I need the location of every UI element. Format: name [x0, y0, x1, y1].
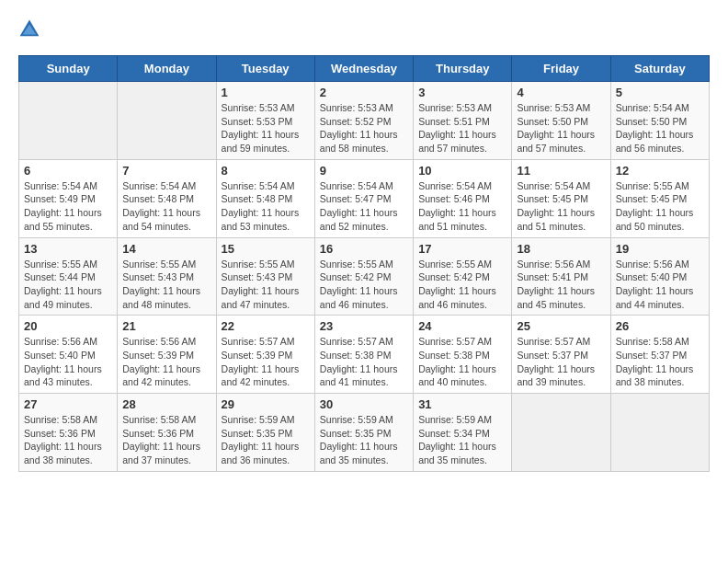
day-number: 3	[418, 86, 506, 99]
day-info: Sunrise: 5:54 AM Sunset: 5:47 PM Dayligh…	[320, 179, 408, 234]
calendar-cell	[512, 394, 610, 472]
day-number: 31	[418, 397, 506, 411]
logo	[18, 18, 44, 40]
calendar-cell: 28Sunrise: 5:58 AM Sunset: 5:36 PM Dayli…	[118, 394, 216, 472]
day-info: Sunrise: 5:56 AM Sunset: 5:39 PM Dayligh…	[122, 335, 210, 389]
day-info: Sunrise: 5:58 AM Sunset: 5:36 PM Dayligh…	[122, 413, 210, 467]
day-info: Sunrise: 5:53 AM Sunset: 5:53 PM Dayligh…	[222, 101, 310, 155]
calendar-cell: 10Sunrise: 5:54 AM Sunset: 5:46 PM Dayli…	[414, 159, 512, 237]
day-number: 27	[24, 397, 112, 411]
calendar-cell: 19Sunrise: 5:56 AM Sunset: 5:40 PM Dayli…	[610, 237, 709, 316]
weekday-header-monday: Monday	[118, 56, 216, 82]
calendar-cell: 16Sunrise: 5:55 AM Sunset: 5:42 PM Dayli…	[314, 237, 413, 316]
day-info: Sunrise: 5:58 AM Sunset: 5:36 PM Dayligh…	[24, 413, 112, 467]
calendar-header: SundayMondayTuesdayWednesdayThursdayFrid…	[19, 56, 710, 82]
day-number: 15	[222, 242, 310, 256]
day-info: Sunrise: 5:54 AM Sunset: 5:48 PM Dayligh…	[122, 179, 210, 234]
calendar-cell: 11Sunrise: 5:54 AM Sunset: 5:45 PM Dayli…	[512, 159, 610, 237]
calendar-cell	[610, 394, 709, 472]
day-number: 8	[222, 164, 310, 178]
calendar-cell: 5Sunrise: 5:54 AM Sunset: 5:50 PM Daylig…	[610, 82, 709, 160]
day-number: 23	[320, 319, 408, 333]
day-info: Sunrise: 5:54 AM Sunset: 5:45 PM Dayligh…	[517, 179, 605, 234]
day-info: Sunrise: 5:55 AM Sunset: 5:42 PM Dayligh…	[418, 258, 506, 312]
calendar-cell: 6Sunrise: 5:54 AM Sunset: 5:49 PM Daylig…	[19, 159, 118, 237]
calendar-cell: 20Sunrise: 5:56 AM Sunset: 5:40 PM Dayli…	[19, 316, 118, 394]
calendar-cell: 13Sunrise: 5:55 AM Sunset: 5:44 PM Dayli…	[19, 237, 118, 316]
day-number: 25	[517, 319, 605, 333]
calendar-cell	[118, 82, 216, 160]
calendar-cell: 23Sunrise: 5:57 AM Sunset: 5:38 PM Dayli…	[314, 316, 413, 394]
weekday-header-saturday: Saturday	[610, 56, 709, 82]
day-number: 21	[122, 319, 210, 333]
calendar-cell: 31Sunrise: 5:59 AM Sunset: 5:34 PM Dayli…	[414, 394, 512, 472]
day-number: 11	[517, 164, 605, 178]
day-info: Sunrise: 5:57 AM Sunset: 5:37 PM Dayligh…	[517, 335, 605, 389]
day-number: 10	[418, 164, 506, 178]
day-info: Sunrise: 5:56 AM Sunset: 5:40 PM Dayligh…	[24, 335, 112, 389]
day-number: 26	[616, 319, 704, 333]
calendar-table: SundayMondayTuesdayWednesdayThursdayFrid…	[18, 55, 710, 472]
day-info: Sunrise: 5:53 AM Sunset: 5:52 PM Dayligh…	[320, 101, 408, 155]
day-number: 16	[320, 242, 408, 256]
weekday-header-thursday: Thursday	[414, 56, 512, 82]
calendar-cell: 15Sunrise: 5:55 AM Sunset: 5:43 PM Dayli…	[216, 237, 314, 316]
day-number: 4	[517, 86, 605, 99]
day-number: 5	[616, 86, 704, 99]
calendar-cell: 21Sunrise: 5:56 AM Sunset: 5:39 PM Dayli…	[118, 316, 216, 394]
calendar-cell: 24Sunrise: 5:57 AM Sunset: 5:38 PM Dayli…	[414, 316, 512, 394]
day-info: Sunrise: 5:54 AM Sunset: 5:50 PM Dayligh…	[616, 101, 704, 155]
calendar-cell: 4Sunrise: 5:53 AM Sunset: 5:50 PM Daylig…	[512, 82, 610, 160]
calendar-cell	[19, 82, 118, 160]
day-info: Sunrise: 5:55 AM Sunset: 5:44 PM Dayligh…	[24, 258, 112, 312]
day-info: Sunrise: 5:55 AM Sunset: 5:42 PM Dayligh…	[320, 258, 408, 312]
calendar-cell: 26Sunrise: 5:58 AM Sunset: 5:37 PM Dayli…	[610, 316, 709, 394]
day-info: Sunrise: 5:53 AM Sunset: 5:50 PM Dayligh…	[517, 101, 605, 155]
calendar-cell: 9Sunrise: 5:54 AM Sunset: 5:47 PM Daylig…	[314, 159, 413, 237]
day-info: Sunrise: 5:56 AM Sunset: 5:41 PM Dayligh…	[517, 258, 605, 312]
day-number: 29	[222, 397, 310, 411]
calendar-cell: 29Sunrise: 5:59 AM Sunset: 5:35 PM Dayli…	[216, 394, 314, 472]
day-info: Sunrise: 5:57 AM Sunset: 5:39 PM Dayligh…	[222, 335, 310, 389]
calendar-cell: 25Sunrise: 5:57 AM Sunset: 5:37 PM Dayli…	[512, 316, 610, 394]
calendar-cell: 22Sunrise: 5:57 AM Sunset: 5:39 PM Dayli…	[216, 316, 314, 394]
calendar-week-4: 20Sunrise: 5:56 AM Sunset: 5:40 PM Dayli…	[19, 316, 710, 394]
calendar-cell: 17Sunrise: 5:55 AM Sunset: 5:42 PM Dayli…	[414, 237, 512, 316]
day-number: 12	[616, 164, 704, 178]
day-number: 1	[222, 86, 310, 99]
day-number: 2	[320, 86, 408, 99]
weekday-row: SundayMondayTuesdayWednesdayThursdayFrid…	[19, 56, 710, 82]
day-info: Sunrise: 5:59 AM Sunset: 5:35 PM Dayligh…	[320, 413, 408, 467]
day-info: Sunrise: 5:57 AM Sunset: 5:38 PM Dayligh…	[418, 335, 506, 389]
weekday-header-tuesday: Tuesday	[216, 56, 314, 82]
weekday-header-sunday: Sunday	[19, 56, 118, 82]
calendar-week-3: 13Sunrise: 5:55 AM Sunset: 5:44 PM Dayli…	[19, 237, 710, 316]
day-number: 13	[24, 242, 112, 256]
calendar-cell: 18Sunrise: 5:56 AM Sunset: 5:41 PM Dayli…	[512, 237, 610, 316]
day-number: 7	[122, 164, 210, 178]
calendar-week-1: 1Sunrise: 5:53 AM Sunset: 5:53 PM Daylig…	[19, 82, 710, 160]
day-info: Sunrise: 5:57 AM Sunset: 5:38 PM Dayligh…	[320, 335, 408, 389]
calendar-cell: 8Sunrise: 5:54 AM Sunset: 5:48 PM Daylig…	[216, 159, 314, 237]
day-info: Sunrise: 5:54 AM Sunset: 5:46 PM Dayligh…	[418, 179, 506, 234]
logo-icon	[18, 18, 40, 40]
day-number: 24	[418, 319, 506, 333]
calendar-cell: 2Sunrise: 5:53 AM Sunset: 5:52 PM Daylig…	[314, 82, 413, 160]
page-header	[18, 18, 710, 40]
weekday-header-wednesday: Wednesday	[314, 56, 413, 82]
day-number: 22	[222, 319, 310, 333]
calendar-cell: 30Sunrise: 5:59 AM Sunset: 5:35 PM Dayli…	[314, 394, 413, 472]
day-info: Sunrise: 5:53 AM Sunset: 5:51 PM Dayligh…	[418, 101, 506, 155]
day-info: Sunrise: 5:55 AM Sunset: 5:43 PM Dayligh…	[122, 258, 210, 312]
day-number: 20	[24, 319, 112, 333]
weekday-header-friday: Friday	[512, 56, 610, 82]
day-number: 14	[122, 242, 210, 256]
day-number: 9	[320, 164, 408, 178]
calendar-cell: 12Sunrise: 5:55 AM Sunset: 5:45 PM Dayli…	[610, 159, 709, 237]
day-info: Sunrise: 5:54 AM Sunset: 5:49 PM Dayligh…	[24, 179, 112, 234]
day-info: Sunrise: 5:59 AM Sunset: 5:34 PM Dayligh…	[418, 413, 506, 467]
day-number: 30	[320, 397, 408, 411]
calendar-week-5: 27Sunrise: 5:58 AM Sunset: 5:36 PM Dayli…	[19, 394, 710, 472]
calendar-cell: 3Sunrise: 5:53 AM Sunset: 5:51 PM Daylig…	[414, 82, 512, 160]
day-info: Sunrise: 5:55 AM Sunset: 5:45 PM Dayligh…	[616, 179, 704, 234]
